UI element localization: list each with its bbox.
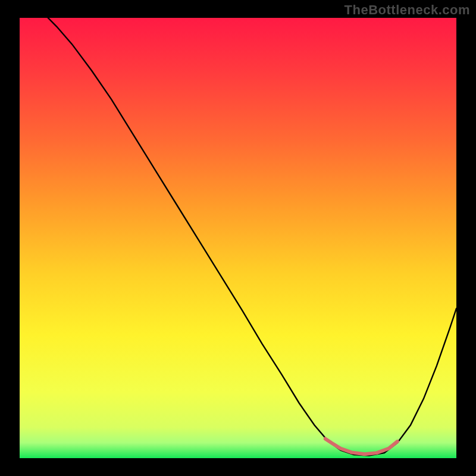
chart-svg bbox=[0, 0, 476, 476]
chart-frame: TheBottleneck.com bbox=[0, 0, 476, 476]
plot-area bbox=[0, 0, 476, 476]
gradient-background bbox=[20, 18, 456, 458]
watermark-text: TheBottleneck.com bbox=[345, 2, 470, 18]
